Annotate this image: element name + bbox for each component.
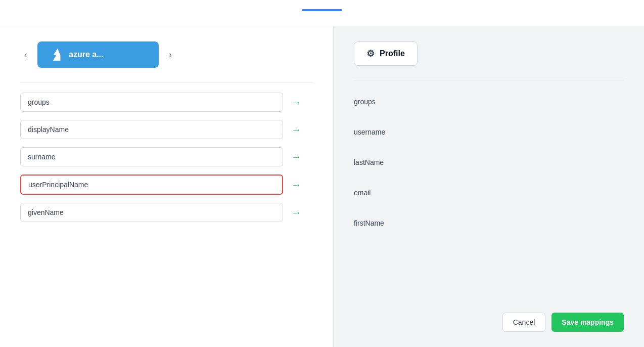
chevron-right-icon: › <box>169 50 172 60</box>
mapping-row-givenName: → <box>20 203 313 222</box>
svg-marker-0 <box>53 49 61 61</box>
next-arrow-button[interactable]: › <box>165 48 176 62</box>
prev-arrow-button[interactable]: ‹ <box>20 48 31 62</box>
field-displayName-input[interactable] <box>20 120 283 139</box>
source-header: ‹ azure a... › <box>20 41 313 68</box>
cancel-button[interactable]: Cancel <box>502 313 546 332</box>
field-givenName-input[interactable] <box>20 203 283 222</box>
dest-field-groups-label: groups <box>354 98 376 106</box>
dest-field-username-label: username <box>354 128 385 136</box>
arrow-right-icon-groups: → <box>291 97 301 108</box>
dest-field-lastName: lastName <box>354 151 624 174</box>
dest-field-firstName: firstName <box>354 212 624 234</box>
mapping-rows: → → → → → <box>20 93 313 222</box>
right-divider <box>354 80 624 80</box>
arrow-right-icon-userPrincipalName: → <box>291 179 301 191</box>
profile-badge: ⚙ Profile <box>354 41 418 66</box>
dest-fields: groups username lastName email firstName <box>354 91 624 302</box>
dest-field-firstName-label: firstName <box>354 219 384 227</box>
action-buttons: Cancel Save mappings <box>354 302 624 332</box>
arrow-right-icon-givenName: → <box>291 207 301 219</box>
progress-bar <box>302 9 342 11</box>
field-surname-input[interactable] <box>20 147 283 166</box>
main-container: ‹ azure a... › → → <box>0 26 644 347</box>
left-panel: ‹ azure a... › → → <box>0 26 334 347</box>
dest-header: ⚙ Profile <box>354 41 624 66</box>
dest-field-lastName-label: lastName <box>354 158 384 166</box>
mapping-row-userPrincipalName: → <box>20 175 313 195</box>
source-label: azure a... <box>69 50 103 59</box>
chevron-left-icon: ‹ <box>24 50 27 60</box>
dest-field-username: username <box>354 121 624 143</box>
right-panel: ⚙ Profile groups username lastName email… <box>334 26 644 347</box>
mapping-row-displayName: → <box>20 120 313 139</box>
gear-icon: ⚙ <box>366 48 375 59</box>
source-badge: azure a... <box>37 41 159 68</box>
arrow-right-icon-displayName: → <box>291 124 301 136</box>
dest-field-email: email <box>354 182 624 204</box>
dest-field-groups: groups <box>354 91 624 113</box>
divider <box>20 82 313 82</box>
field-userPrincipalName-input[interactable] <box>20 175 283 195</box>
top-bar <box>0 0 644 26</box>
field-groups-input[interactable] <box>20 93 283 112</box>
dest-field-email-label: email <box>354 189 371 197</box>
azure-logo-icon <box>50 48 64 62</box>
mapping-row-surname: → <box>20 147 313 166</box>
arrow-right-icon-surname: → <box>291 151 301 163</box>
save-mappings-button[interactable]: Save mappings <box>551 313 624 332</box>
mapping-row-groups: → <box>20 93 313 112</box>
profile-label: Profile <box>380 49 405 58</box>
